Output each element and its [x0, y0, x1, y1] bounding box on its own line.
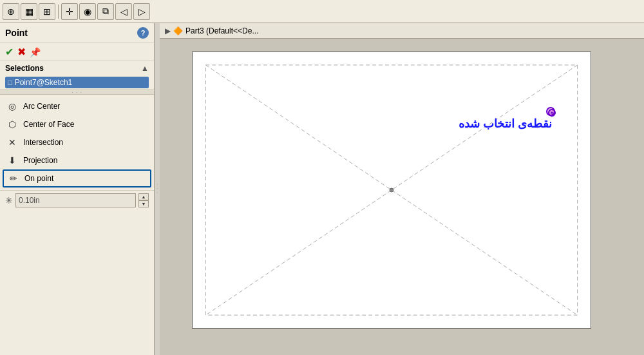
toolbar-btn-right[interactable]: ▷: [133, 3, 150, 20]
intersection-icon: ✕: [6, 137, 18, 148]
selected-point-label: نقطه‌ی انتخاب شده: [459, 117, 552, 131]
selection-item-icon: □: [8, 79, 12, 86]
option-arc-center[interactable]: ◎ Arc Center: [0, 97, 154, 115]
center-of-face-icon: ⬡: [6, 119, 18, 130]
toolbar-btn-crosshair[interactable]: ✛: [61, 3, 78, 20]
toolbar-btn-frame[interactable]: ⧉: [97, 3, 114, 20]
option-center-of-face[interactable]: ⬡ Center of Face: [0, 115, 154, 133]
toolbar-btn-grid[interactable]: ▦: [21, 3, 37, 20]
option-intersection[interactable]: ✕ Intersection: [0, 133, 154, 151]
confirm-button[interactable]: ✔: [5, 46, 14, 58]
collapse-button[interactable]: ▲: [141, 64, 149, 73]
panel-resize-handle[interactable]: · · ·: [155, 23, 160, 355]
selection-item-label: Point7@Sketch1: [15, 78, 73, 87]
main-area: Point ? ✔ ✖ 📌 Selections ▲ □ Point7@Sket…: [0, 23, 644, 355]
option-projection-label: Projection: [23, 156, 57, 165]
action-bar: ✔ ✖ 📌: [0, 43, 154, 61]
spinbox-icon: ✳: [5, 195, 13, 206]
selection-item[interactable]: □ Point7@Sketch1: [5, 77, 149, 88]
pin-button[interactable]: 📌: [30, 47, 41, 57]
canvas-area[interactable]: نقطه‌ی انتخاب شده: [160, 39, 644, 355]
on-point-icon: ✏: [8, 173, 19, 184]
panel-title: Point: [5, 28, 28, 38]
right-area: ▶ 🔶 Part3 (Default<<De...: [160, 23, 644, 355]
spinbox-up-arrow[interactable]: ▲: [138, 193, 149, 200]
spinbox-arrows: ▲ ▼: [138, 193, 149, 207]
projection-icon: ⬇: [6, 155, 18, 166]
canvas-svg: [193, 52, 591, 328]
option-on-point-label: On point: [24, 174, 53, 183]
top-toolbar: ⊕ ▦ ⊞ ✛ ◉ ⧉ ◁ ▷: [0, 0, 644, 23]
selected-point: [546, 107, 555, 116]
point-options: ◎ Arc Center ⬡ Center of Face ✕ Intersec…: [0, 95, 154, 190]
option-projection[interactable]: ⬇ Projection: [0, 151, 154, 169]
breadcrumb-text: Part3 (Default<<De...: [185, 26, 258, 35]
toolbar-btn-left[interactable]: ◁: [115, 3, 132, 20]
selections-label: Selections: [5, 64, 44, 73]
arc-center-icon: ◎: [6, 101, 18, 112]
spinbox-input[interactable]: [15, 193, 136, 207]
toolbar-btn-boxes[interactable]: ⊞: [39, 3, 55, 20]
option-arc-center-label: Arc Center: [23, 102, 60, 111]
selections-header: Selections ▲: [0, 61, 154, 75]
toolbar-separator: [58, 5, 59, 19]
breadcrumb-bar: ▶ 🔶 Part3 (Default<<De...: [160, 23, 644, 39]
option-on-point[interactable]: ✏ On point: [3, 169, 151, 187]
selection-resize-handle[interactable]: · · ·: [0, 90, 154, 95]
left-panel: Point ? ✔ ✖ 📌 Selections ▲ □ Point7@Sket…: [0, 23, 155, 355]
breadcrumb-part-icon: 🔶: [173, 26, 183, 35]
spinbox-down-arrow[interactable]: ▼: [138, 200, 149, 207]
drawing-canvas: نقطه‌ی انتخاب شده: [192, 52, 591, 329]
toolbar-btn-circle[interactable]: ◉: [79, 3, 96, 20]
spinbox-row: ✳ ▲ ▼: [0, 190, 154, 210]
option-center-of-face-label: Center of Face: [23, 120, 74, 129]
cancel-button[interactable]: ✖: [17, 46, 26, 58]
option-intersection-label: Intersection: [23, 138, 63, 147]
toolbar-btn-plus[interactable]: ⊕: [3, 3, 19, 20]
panel-title-bar: Point ?: [0, 23, 154, 43]
svg-point-5: [551, 112, 553, 114]
help-button[interactable]: ?: [137, 27, 149, 39]
svg-point-3: [390, 188, 393, 192]
selection-list: □ Point7@Sketch1: [0, 75, 154, 90]
breadcrumb-arrow-icon: ▶: [165, 26, 171, 35]
